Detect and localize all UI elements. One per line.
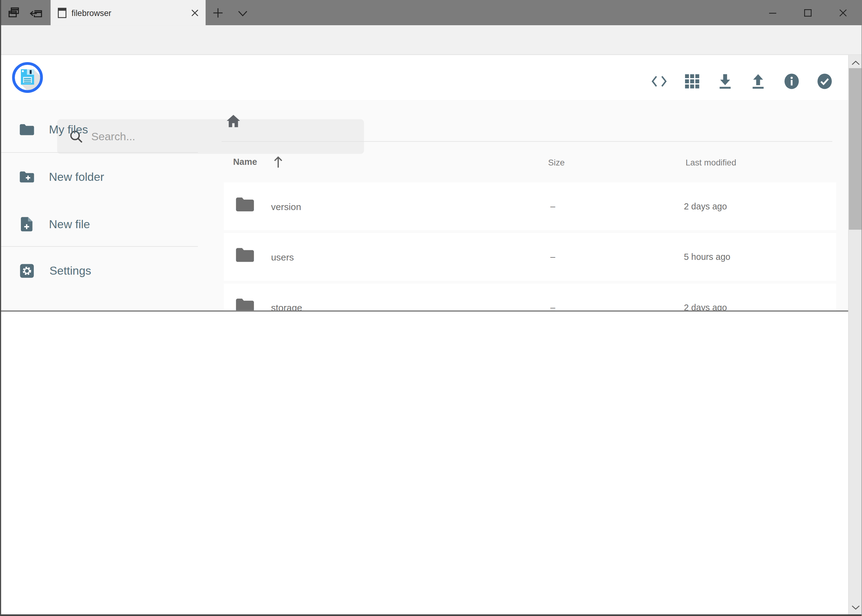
select-check-icon[interactable]: [816, 73, 833, 90]
folder-icon: [235, 197, 254, 212]
upload-icon[interactable]: [750, 73, 766, 90]
file-size: –: [550, 252, 555, 262]
sidebar-item-label: Settings: [50, 264, 91, 277]
browser-window: filebrowser: [0, 0, 862, 616]
folder-icon: [19, 124, 34, 136]
tab-close-icon[interactable]: [184, 0, 206, 25]
column-header-size[interactable]: Size: [548, 158, 565, 168]
download-icon[interactable]: [717, 73, 733, 90]
tab-list-chevron-icon[interactable]: [235, 9, 250, 18]
file-row-version[interactable]: version – 2 days ago: [224, 182, 836, 230]
terminal-panel[interactable]: > git status On branch master Your branc…: [0, 311, 848, 616]
sidebar-item-new-file[interactable]: New file: [20, 216, 90, 233]
tab-title: filebrowser: [71, 8, 183, 17]
column-header-name[interactable]: Name: [233, 157, 257, 167]
view-mode-grid-icon[interactable]: [684, 74, 700, 89]
file-row-users[interactable]: users – 5 hours ago: [224, 233, 836, 281]
set-tabs-aside-icon[interactable]: [28, 6, 44, 19]
file-name: users: [271, 252, 294, 263]
new-tab-icon[interactable]: [211, 7, 224, 18]
close-window-button[interactable]: [835, 6, 851, 19]
sidebar-item-settings[interactable]: Settings: [20, 262, 91, 279]
browser-toolbar: filebrowser.web/files/: [0, 25, 862, 55]
new-folder-icon: [19, 171, 34, 183]
breadcrumb-home-icon[interactable]: [225, 113, 242, 130]
code-editor-icon[interactable]: [651, 74, 667, 89]
file-modified: 5 hours ago: [684, 252, 730, 262]
scroll-up-icon[interactable]: [851, 61, 860, 66]
info-icon[interactable]: [783, 73, 800, 90]
search-placeholder: Search...: [91, 130, 136, 143]
new-file-icon: [20, 217, 33, 232]
folder-icon: [235, 247, 254, 262]
browser-tab[interactable]: filebrowser: [50, 0, 206, 25]
page-icon: [58, 7, 67, 18]
sidebar-divider: [1, 152, 198, 153]
scroll-down-icon[interactable]: [851, 605, 860, 610]
sidebar-item-new-folder[interactable]: New folder: [19, 169, 104, 185]
search-bar[interactable]: Search...: [57, 119, 364, 154]
sort-ascending-icon[interactable]: [273, 156, 284, 169]
filebrowser-header: Search...: [0, 55, 862, 100]
window-border-left: [0, 0, 1, 616]
minimize-button[interactable]: [765, 6, 780, 19]
content-divider: [222, 141, 832, 142]
sidebar-item-my-files[interactable]: My files: [19, 121, 88, 138]
sidebar-item-label: New folder: [49, 170, 104, 184]
file-size: –: [550, 202, 555, 212]
sidebar-divider: [1, 246, 198, 247]
scrollbar-thumb[interactable]: [849, 68, 862, 230]
tab-preview-icon[interactable]: [6, 6, 20, 19]
tab-bar: filebrowser: [0, 0, 862, 25]
sidebar-item-label: New file: [49, 218, 90, 231]
file-modified: 2 days ago: [684, 202, 727, 212]
maximize-button[interactable]: [800, 6, 815, 19]
sidebar-item-label: My files: [49, 123, 88, 136]
column-header-modified[interactable]: Last modified: [686, 158, 736, 168]
file-name: version: [271, 202, 301, 213]
window-border-bottom: [0, 614, 862, 616]
filebrowser-logo[interactable]: [12, 61, 44, 93]
settings-gear-icon: [20, 264, 34, 278]
